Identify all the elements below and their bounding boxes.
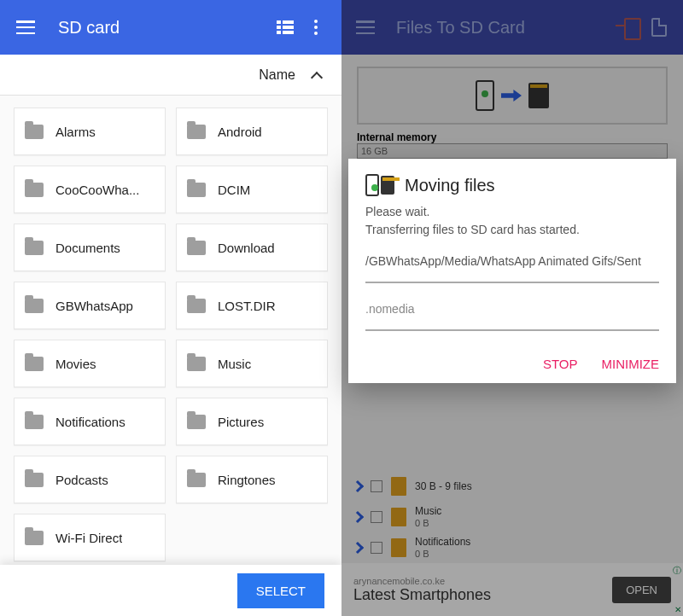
folder-icon [187,241,206,255]
folder-card[interactable]: Pictures [176,398,328,445]
folder-icon [187,357,206,371]
sort-header[interactable]: Name [0,55,342,96]
folder-name: CooCooWha... [55,183,139,197]
folder-card[interactable]: Podcasts [14,456,166,503]
folder-name: Movies [55,357,96,371]
appbar: SD card [0,0,342,55]
folder-name: Music [218,357,251,371]
folder-card[interactable]: Wi-Fi Direct [14,514,166,561]
folder-card[interactable]: Movies [14,340,166,387]
dialog-title: Moving files [405,176,495,195]
progress-bar [365,282,659,283]
minimize-button[interactable]: MINIMIZE [602,357,660,371]
folder-icon [25,125,44,139]
folder-icon [25,183,44,197]
folder-icon [25,357,44,371]
folder-name: Documents [55,241,120,255]
folder-name: DCIM [218,183,250,197]
folder-grid: AlarmsAndroidCooCooWha...DCIMDocumentsDo… [0,96,342,573]
hamburger-icon[interactable] [10,12,41,43]
folder-icon [187,415,206,429]
folder-name: Podcasts [55,473,108,487]
folder-card[interactable]: CooCooWha... [14,166,166,213]
progress-bar-file [365,329,659,331]
folder-card[interactable]: DCIM [176,166,328,213]
dialog-line1: Please wait. [365,203,659,221]
folder-icon [187,183,206,197]
folder-icon [25,415,44,429]
folder-card[interactable]: Documents [14,224,166,271]
folder-name: Notifications [55,415,126,429]
dialog-current-file: .nomedia [365,302,659,316]
chevron-up-icon [311,71,324,79]
sort-label: Name [259,67,295,83]
folder-icon [25,531,44,545]
dialog-path: /GBWhatsApp/Media/WhatsApp Animated Gifs… [365,254,659,268]
folder-icon [187,473,206,487]
folder-card[interactable]: Music [176,340,328,387]
folder-card[interactable]: Download [176,224,328,271]
folder-card[interactable]: LOST.DIR [176,282,328,329]
folder-card[interactable]: Android [176,108,328,155]
folder-card[interactable]: Ringtones [176,456,328,503]
moving-files-dialog: Moving files Please wait. Transferring f… [348,159,676,383]
folder-name: GBWhatsApp [55,299,133,313]
file-picker-pane: SD card Name AlarmsAndroidCooCooWha...DC… [0,0,342,616]
folder-icon [187,125,206,139]
folder-name: LOST.DIR [218,299,276,313]
folder-icon [25,241,44,255]
folder-icon [187,299,206,313]
folder-name: Ringtones [218,473,276,487]
folder-card[interactable]: Alarms [14,108,166,155]
folder-name: Alarms [55,125,96,139]
bottom-bar: SELECT [0,565,342,616]
stop-button[interactable]: STOP [543,357,578,371]
folder-icon [25,473,44,487]
appbar-title: SD card [58,18,270,38]
dialog-line2: Transferring files to SD card has starte… [365,221,659,239]
folder-icon [25,299,44,313]
transfer-icon [365,174,394,196]
more-icon[interactable] [301,12,331,43]
files-to-sd-pane: Files To SD Card Internal memory 16 GB 3… [342,0,683,616]
view-list-icon[interactable] [270,12,301,43]
folder-card[interactable]: GBWhatsApp [14,282,166,329]
select-button[interactable]: SELECT [237,573,324,608]
folder-card[interactable]: Notifications [14,398,166,445]
folder-name: Wi-Fi Direct [55,531,122,545]
folder-name: Android [218,125,262,139]
folder-name: Pictures [218,415,264,429]
folder-name: Download [218,241,275,255]
